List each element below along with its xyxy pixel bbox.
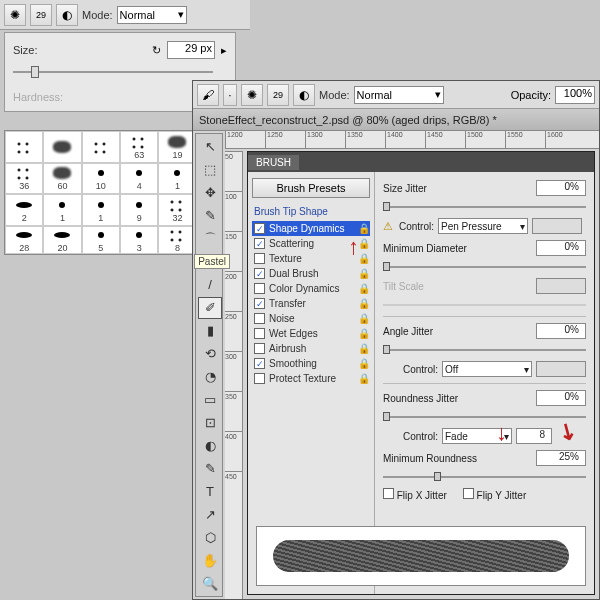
brush-size2-icon[interactable]: 29 [267, 84, 289, 106]
lock-icon[interactable]: 🔒 [358, 373, 368, 384]
lock-icon[interactable]: 🔒 [358, 283, 368, 294]
min-diameter-slider[interactable] [383, 262, 586, 272]
reset-icon[interactable]: ↻ [152, 44, 161, 57]
brush-preset-cell[interactable]: 60 [43, 163, 81, 195]
tool-button[interactable]: ✎ [198, 457, 222, 479]
option-checkbox[interactable]: ✓ [254, 223, 265, 234]
control3-num-input[interactable]: 8 [516, 428, 552, 444]
brush-preset-cell[interactable]: 1 [82, 194, 120, 226]
option-checkbox[interactable] [254, 373, 265, 384]
splatter-icon[interactable]: ✺ [4, 4, 26, 26]
brush-option-row[interactable]: Texture🔒 [252, 251, 370, 266]
lock-icon[interactable]: 🔒 [358, 238, 368, 249]
tool-button[interactable]: ⟲ [198, 343, 222, 365]
brush-option-row[interactable]: ✓Scattering🔒 [252, 236, 370, 251]
brush-preset-cell[interactable]: 1 [158, 163, 196, 195]
tool-button[interactable]: ↖ [198, 136, 222, 158]
tool-button[interactable]: ▭ [198, 388, 222, 410]
brush-option-row[interactable]: ✓Smoothing🔒 [252, 356, 370, 371]
lock-icon[interactable]: 🔒 [358, 313, 368, 324]
tool-button[interactable]: ⬚ [198, 159, 222, 181]
brush-preset-cell[interactable] [43, 131, 81, 163]
brush-preset-cell[interactable]: 32 [158, 194, 196, 226]
tool-button[interactable]: 🔍 [198, 572, 222, 594]
brush-preset-cell[interactable]: 3 [120, 226, 158, 254]
option-checkbox[interactable] [254, 313, 265, 324]
min-roundness-slider[interactable] [383, 472, 586, 482]
flip-x-checkbox[interactable] [383, 488, 394, 499]
tool-button[interactable]: ◔ [198, 366, 222, 388]
brush-option-row[interactable]: ✓Dual Brush🔒 [252, 266, 370, 281]
angle-jitter-slider[interactable] [383, 345, 586, 355]
brush-option-row[interactable]: Color Dynamics🔒 [252, 281, 370, 296]
tool-button[interactable]: ✐ [198, 297, 222, 319]
control3-select[interactable]: Fade▾ [442, 428, 512, 444]
brush-tool-icon[interactable]: 🖌 [197, 84, 219, 106]
size-slider[interactable] [13, 65, 213, 79]
brush-option-row[interactable]: Wet Edges🔒 [252, 326, 370, 341]
brush-preset-cell[interactable]: 36 [5, 163, 43, 195]
brush-preset-cell[interactable]: 1 [43, 194, 81, 226]
mode-select[interactable]: Normal▾ [117, 6, 187, 24]
tool-button[interactable]: ✥ [198, 182, 222, 204]
brush-preset-cell[interactable]: 9 [120, 194, 158, 226]
document-tab[interactable]: StoneEffect_reconstruct_2.psd @ 80% (age… [193, 109, 599, 131]
brush-option-row[interactable]: ✓Transfer🔒 [252, 296, 370, 311]
brush-option-row[interactable]: Noise🔒 [252, 311, 370, 326]
lock-icon[interactable]: 🔒 [358, 343, 368, 354]
dropdown-icon[interactable]: · [223, 84, 237, 106]
pressure-icon[interactable]: ◐ [56, 4, 78, 26]
lock-icon[interactable]: 🔒 [358, 358, 368, 369]
option-checkbox[interactable] [254, 283, 265, 294]
roundness-jitter-input[interactable]: 0% [536, 390, 586, 406]
brush-preset-cell[interactable]: 20 [43, 226, 81, 254]
lock-icon[interactable]: 🔒 [358, 223, 368, 234]
expand-icon[interactable]: ▸ [221, 44, 227, 57]
mode2-select[interactable]: Normal▾ [354, 86, 444, 104]
brush-preset-cell[interactable]: 4 [120, 163, 158, 195]
brush-preset-cell[interactable]: 5 [82, 226, 120, 254]
min-roundness-input[interactable]: 25% [536, 450, 586, 466]
brush-presets-button[interactable]: Brush Presets [252, 178, 370, 198]
tool-button[interactable]: ◐ [198, 434, 222, 456]
tool-button[interactable]: ⊡ [198, 411, 222, 433]
opacity-input[interactable]: 100% [555, 86, 595, 104]
brush-panel-tab[interactable]: BRUSH [248, 152, 594, 172]
tool-button[interactable]: ✎ [198, 205, 222, 227]
brush-preset-cell[interactable] [82, 131, 120, 163]
option-checkbox[interactable] [254, 253, 265, 264]
tool-button[interactable]: T [198, 480, 222, 502]
tool-button[interactable]: / [198, 274, 222, 296]
brush-option-row[interactable]: Airbrush🔒 [252, 341, 370, 356]
brush-option-row[interactable]: ✓Shape Dynamics🔒 [252, 221, 370, 236]
brush-preset-cell[interactable]: 19 [158, 131, 196, 163]
option-checkbox[interactable]: ✓ [254, 358, 265, 369]
pressure2-icon[interactable]: ◐ [293, 84, 315, 106]
brush-preset-cell[interactable] [5, 131, 43, 163]
control1-select[interactable]: Pen Pressure▾ [438, 218, 528, 234]
size-jitter-input[interactable]: 0% [536, 180, 586, 196]
brush-preset-cell[interactable]: 28 [5, 226, 43, 254]
control2-select[interactable]: Off▾ [442, 361, 532, 377]
option-checkbox[interactable]: ✓ [254, 238, 265, 249]
brush-size-icon[interactable]: 29 [30, 4, 52, 26]
option-checkbox[interactable] [254, 328, 265, 339]
lock-icon[interactable]: 🔒 [358, 328, 368, 339]
tool-button[interactable]: ⬡ [198, 526, 222, 548]
brush-tip-shape-button[interactable]: Brush Tip Shape [252, 204, 370, 219]
tool-button[interactable]: ↗ [198, 503, 222, 525]
roundness-jitter-slider[interactable] [383, 412, 586, 422]
option-checkbox[interactable]: ✓ [254, 268, 265, 279]
brush-preset-cell[interactable]: 2 [5, 194, 43, 226]
brush-preset-cell[interactable]: 8 [158, 226, 196, 254]
option-checkbox[interactable] [254, 343, 265, 354]
splatter2-icon[interactable]: ✺ [241, 84, 263, 106]
angle-jitter-input[interactable]: 0% [536, 323, 586, 339]
size-input[interactable]: 29 px [167, 41, 215, 59]
brush-option-row[interactable]: Protect Texture🔒 [252, 371, 370, 386]
option-checkbox[interactable]: ✓ [254, 298, 265, 309]
flip-y-checkbox[interactable] [463, 488, 474, 499]
tool-button[interactable]: ✋ [198, 549, 222, 571]
tool-button[interactable]: ▮ [198, 320, 222, 342]
min-diameter-input[interactable]: 0% [536, 240, 586, 256]
